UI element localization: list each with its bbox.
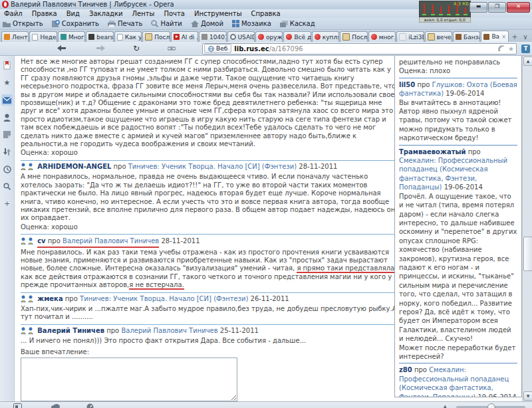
minimize-button[interactable]: ▬ (469, 2, 487, 13)
tab[interactable]: iLzi3B... (396, 31, 424, 42)
tab-list-dropdown[interactable]: ∨ (520, 33, 531, 42)
fit-width-icon[interactable]: ▲ (444, 404, 447, 408)
menu-file[interactable]: Файл (4, 10, 23, 17)
url-text[interactable]: lib.rus.ec/a/167096 (234, 45, 497, 52)
home-button[interactable]: Домой (191, 20, 223, 27)
new-tab-button[interactable]: + (509, 33, 520, 42)
link-button[interactable] (168, 42, 176, 55)
tab[interactable]: Банза... (453, 31, 480, 42)
tab[interactable]: мног... (368, 31, 396, 42)
tab[interactable]: Всё д... (283, 31, 311, 42)
forward-arrow-icon (96, 45, 105, 51)
tab[interactable]: USAID... (227, 31, 255, 42)
panel-toggle-strip: ★ + (0, 56, 15, 401)
add-panel-icon[interactable]: + (1, 198, 13, 209)
find-button[interactable]: Найти (151, 20, 182, 27)
star-panel-icon[interactable]: ★ (1, 77, 13, 88)
open-button[interactable]: Открыть (3, 20, 43, 27)
comment-author[interactable]: cv (37, 237, 45, 245)
menu-feeds[interactable]: Ленты (132, 10, 155, 17)
tab[interactable]: bearsa... (86, 31, 113, 42)
close-button[interactable]: ✕ (507, 2, 530, 13)
zoom-controls: ▲ (444, 404, 525, 408)
tab-bar: Лент... Недел... Мног... bearsa... Как у… (0, 30, 532, 42)
forward-button[interactable] (96, 42, 105, 55)
print-button[interactable]: Печать (108, 20, 142, 27)
network-traffic-graph: 4.3 КБ (419, 1, 471, 17)
search-panel-icon[interactable] (1, 181, 13, 192)
cascade-button[interactable]: Каскад (280, 20, 315, 27)
user-icons (21, 295, 35, 304)
traffic-spike (424, 3, 425, 15)
opera-turbo-icon[interactable] (86, 403, 94, 408)
extension-t-button[interactable]: T (521, 45, 530, 53)
tab[interactable]: Посл... (142, 31, 170, 42)
maximize-button[interactable]: ❐ (488, 2, 506, 13)
mail-panel-icon[interactable] (1, 94, 13, 106)
scroll-up-arrow[interactable]: ▲ (523, 56, 532, 66)
comment-author[interactable]: Трамваевожатый (399, 148, 466, 155)
comment-author[interactable]: жмека (37, 295, 63, 302)
comment-author[interactable]: Валерий Тиничев (37, 327, 104, 334)
rss-favicon (4, 34, 10, 40)
user-icons (21, 327, 35, 336)
author-link[interactable]: Валерий Павлович Тиничев (121, 327, 217, 334)
web-page: Нет все же многие авторы грешат создание… (15, 56, 522, 401)
user-icons (21, 237, 35, 247)
back-button[interactable] (57, 42, 66, 55)
reload-button[interactable]: ↻ (133, 42, 140, 55)
tab[interactable]: Недел... (29, 31, 57, 42)
rss-feed-icon[interactable] (498, 45, 505, 52)
scrollbar-thumb[interactable] (523, 237, 532, 271)
contacts-panel-icon[interactable] (1, 112, 13, 123)
panel-toggle-icon[interactable] (13, 403, 22, 408)
zoom-slider[interactable] (456, 406, 525, 408)
comment-author[interactable]: z80 (399, 366, 412, 373)
notes-panel-icon[interactable] (1, 129, 13, 140)
author-link[interactable]: Валерий Павлович Тиничев (63, 237, 159, 245)
mosaic-button[interactable]: Мозаика (232, 20, 271, 27)
tab-active[interactable]: Ва...× (481, 31, 508, 42)
transfers-panel-icon[interactable] (1, 146, 13, 157)
comment-text: Вы вчитайтесь в аннотацию! Автор явно пы… (399, 98, 517, 143)
menu-view[interactable]: Вид (66, 10, 80, 17)
tab[interactable]: Как у... (114, 31, 142, 42)
zoom-slider-thumb[interactable] (487, 403, 495, 408)
main-column: Нет все же многие авторы грешат создание… (21, 58, 400, 401)
vertical-scrollbar[interactable]: ▲ ▼ (522, 56, 532, 401)
tab[interactable]: Лент... (1, 31, 29, 42)
bookmarks-panel-icon[interactable] (1, 60, 13, 71)
tab[interactable]: Al di ... (171, 31, 198, 42)
menu-mail[interactable]: Почта (164, 10, 185, 17)
menu-bookmarks[interactable]: Закладки (89, 10, 123, 17)
traffic-spike (465, 7, 466, 15)
scroll-down-arrow[interactable]: ▼ (523, 391, 532, 401)
url-field[interactable]: Веб lib.rus.ec/a/167096 ★ (202, 43, 517, 54)
bookmark-star-icon[interactable]: ★ (508, 45, 514, 52)
save-button[interactable]: Сохранить (52, 20, 99, 27)
tab[interactable]: 10401... (199, 31, 226, 42)
menu-tools[interactable]: Инструменты (194, 10, 242, 17)
comment-separator (21, 234, 400, 235)
security-badge[interactable]: Веб (204, 44, 231, 53)
comment-author[interactable]: lil50 (399, 81, 415, 88)
rating-line: Оценка: хорошо (21, 223, 400, 231)
comment-author[interactable]: ARHIDEMON-ANGEL (37, 163, 111, 170)
menu-help[interactable]: Справка (251, 10, 281, 17)
tab[interactable]: оруж... (255, 31, 283, 42)
tab-close-icon[interactable]: × (499, 34, 508, 40)
impression-textarea[interactable] (21, 357, 237, 401)
comment-separator (21, 160, 400, 161)
opera-unite-icon[interactable] (51, 404, 60, 408)
book-link[interactable]: Тиничев: Ученик Творца. Начало [СИ] (Фэн… (128, 163, 297, 170)
history-panel-icon[interactable] (1, 163, 13, 175)
tab[interactable]: Мног... (58, 31, 85, 42)
tab[interactable]: вечер... (425, 31, 452, 42)
tab[interactable]: Посл... (340, 31, 367, 42)
status-bar: ▲ (0, 401, 532, 408)
tile-windows-icon (232, 20, 239, 27)
menu-edit[interactable]: Правка (32, 10, 57, 17)
book-link[interactable]: Тиничев: Ученик Творца. Начало [СИ] (Фэн… (80, 295, 248, 302)
tab[interactable]: купля... (312, 31, 339, 42)
site-favicon (286, 34, 292, 40)
